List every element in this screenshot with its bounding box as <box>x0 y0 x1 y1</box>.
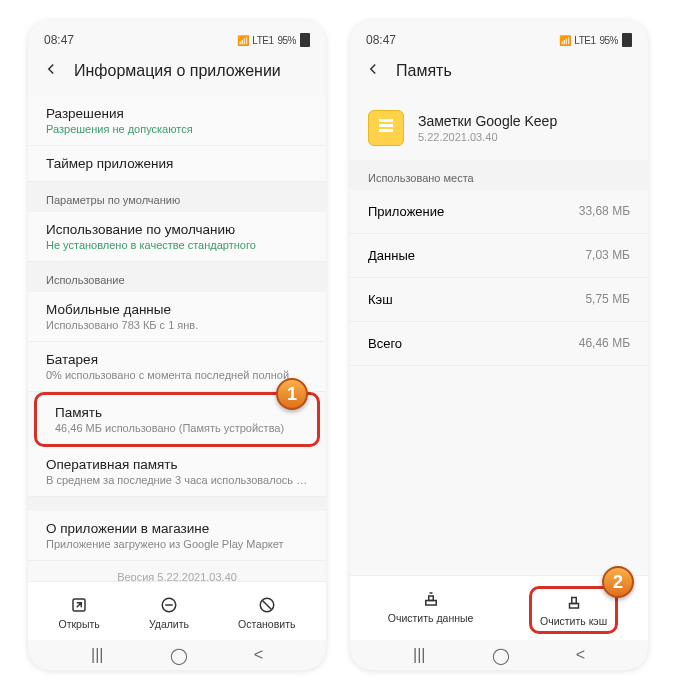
status-time: 08:47 <box>44 33 74 47</box>
svg-rect-9 <box>571 598 576 604</box>
nav-home-icon[interactable]: ◯ <box>170 646 188 665</box>
row-title: Память <box>55 405 299 420</box>
btn-label: Остановить <box>238 618 295 630</box>
svg-line-4 <box>262 601 271 610</box>
page-title: Память <box>396 62 452 80</box>
btn-label: Очистить кэш <box>540 615 607 627</box>
open-button[interactable]: Открыть <box>51 592 108 634</box>
back-icon[interactable] <box>364 60 382 82</box>
app-card: Заметки Google Keep 5.22.2021.03.40 <box>350 96 648 160</box>
section-usage: Использовано места <box>350 160 648 190</box>
btn-label: Очистить данные <box>388 612 474 624</box>
section-defaults: Параметры по умолчанию <box>28 182 326 212</box>
marker-1: 1 <box>276 378 308 410</box>
nav-recent-icon[interactable]: ||| <box>91 646 103 664</box>
row-title: О приложении в магазине <box>46 521 308 536</box>
signal-type: LTE1 <box>574 35 595 46</box>
marker-2: 2 <box>602 566 634 598</box>
bottom-bar: Открыть Удалить Остановить <box>28 581 326 640</box>
app-version: 5.22.2021.03.40 <box>418 131 557 143</box>
status-icons: 📶 LTE1 95% <box>237 33 310 47</box>
btn-label: Удалить <box>149 618 189 630</box>
content: Заметки Google Keep 5.22.2021.03.40 Испо… <box>350 96 648 575</box>
header: Память <box>350 50 648 96</box>
battery-pct: 95% <box>599 35 618 46</box>
row-title: Использование по умолчанию <box>46 222 308 237</box>
row-permissions[interactable]: Разрешения Разрешения не допускаются <box>28 96 326 146</box>
label: Кэш <box>368 292 393 307</box>
usage-total: Всего 46,46 МБ <box>350 322 648 366</box>
row-ram[interactable]: Оперативная память В среднем за последни… <box>28 447 326 497</box>
row-sub: Не установлено в качестве стандартного <box>46 239 308 251</box>
content: Разрешения Разрешения не допускаются Тай… <box>28 96 326 581</box>
wifi-icon: 📶 <box>237 35 249 46</box>
row-store[interactable]: О приложении в магазине Приложение загру… <box>28 511 326 561</box>
row-title: Оперативная память <box>46 457 308 472</box>
row-title: Разрешения <box>46 106 308 121</box>
svg-rect-6 <box>428 596 433 601</box>
row-sub: В среднем за последние 3 часа использова… <box>46 474 308 486</box>
nav-recent-icon[interactable]: ||| <box>413 646 425 664</box>
usage-app: Приложение 33,68 МБ <box>350 190 648 234</box>
battery-pct: 95% <box>277 35 296 46</box>
nav-bar: ||| ◯ < <box>28 640 326 670</box>
status-bar: 08:47 📶 LTE1 95% <box>28 20 326 50</box>
nav-back-icon[interactable]: < <box>576 646 585 664</box>
row-timer[interactable]: Таймер приложения <box>28 146 326 182</box>
signal-type: LTE1 <box>252 35 273 46</box>
label: Всего <box>368 336 402 351</box>
row-mobile-data[interactable]: Мобильные данные Использовано 783 КБ с 1… <box>28 292 326 342</box>
section-usage: Использование <box>28 262 326 292</box>
uninstall-button[interactable]: Удалить <box>141 592 197 634</box>
value: 33,68 МБ <box>579 204 630 219</box>
value: 7,03 МБ <box>585 248 630 263</box>
btn-label: Открыть <box>59 618 100 630</box>
row-sub: Использовано 783 КБ с 1 янв. <box>46 319 308 331</box>
nav-bar: ||| ◯ < <box>350 640 648 670</box>
row-title: Батарея <box>46 352 308 367</box>
row-title: Мобильные данные <box>46 302 308 317</box>
battery-icon <box>622 33 632 47</box>
nav-back-icon[interactable]: < <box>254 646 263 664</box>
row-sub: 0% использовано с момента последней полн… <box>46 369 308 381</box>
clear-cache-button[interactable]: Очистить кэш <box>529 586 618 634</box>
battery-icon <box>300 33 310 47</box>
row-title: Таймер приложения <box>46 156 308 171</box>
version-text: Версия 5.22.2021.03.40 <box>28 561 326 581</box>
row-default-use[interactable]: Использование по умолчанию Не установлен… <box>28 212 326 262</box>
label: Данные <box>368 248 415 263</box>
wifi-icon: 📶 <box>559 35 571 46</box>
row-sub: 46,46 МБ использовано (Память устройства… <box>55 422 299 434</box>
keep-icon <box>368 110 404 146</box>
nav-home-icon[interactable]: ◯ <box>492 646 510 665</box>
value: 46,46 МБ <box>579 336 630 351</box>
row-sub: Разрешения не допускаются <box>46 123 308 135</box>
phone-left: 08:47 📶 LTE1 95% Информация о приложении… <box>28 20 326 670</box>
stop-button[interactable]: Остановить <box>230 592 303 634</box>
status-time: 08:47 <box>366 33 396 47</box>
value: 5,75 МБ <box>585 292 630 307</box>
usage-cache: Кэш 5,75 МБ <box>350 278 648 322</box>
page-title: Информация о приложении <box>74 62 281 80</box>
clear-data-button[interactable]: Очистить данные <box>380 586 482 634</box>
row-sub: Приложение загружено из Google Play Марк… <box>46 538 308 550</box>
status-bar: 08:47 📶 LTE1 95% <box>350 20 648 50</box>
phone-right: 08:47 📶 LTE1 95% Память Заметки Google K… <box>350 20 648 670</box>
label: Приложение <box>368 204 444 219</box>
status-icons: 📶 LTE1 95% <box>559 33 632 47</box>
app-title: Заметки Google Keep <box>418 113 557 129</box>
back-icon[interactable] <box>42 60 60 82</box>
header: Информация о приложении <box>28 50 326 96</box>
usage-data: Данные 7,03 МБ <box>350 234 648 278</box>
